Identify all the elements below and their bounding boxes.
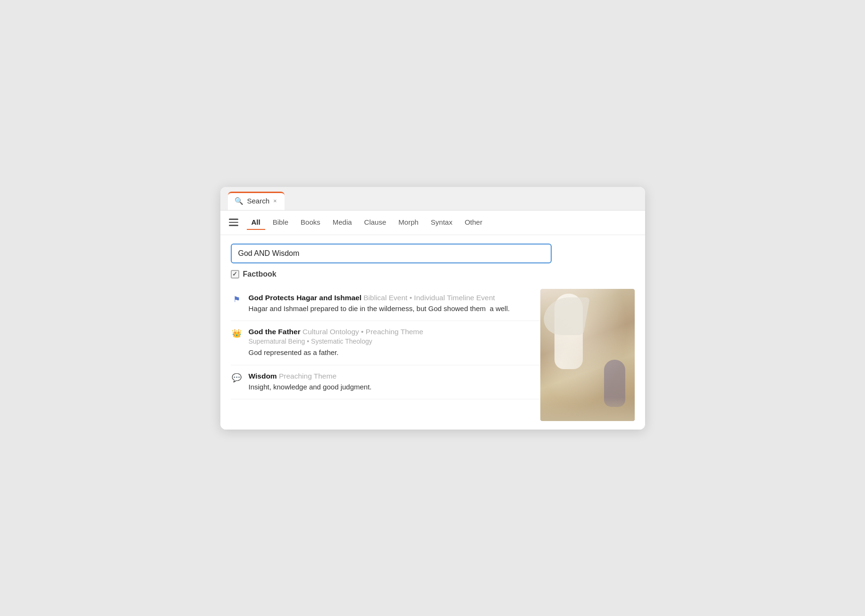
search-input[interactable] bbox=[231, 244, 552, 263]
nav-tab-clause[interactable]: Clause bbox=[360, 215, 391, 230]
nav-tab-all[interactable]: All bbox=[247, 215, 265, 230]
result-body-2: God the Father Cultural Ontology • Preac… bbox=[249, 328, 540, 358]
results-list: ⚑ God Protects Hagar and Ishmael Biblica… bbox=[231, 287, 540, 421]
speech-bubble-icon: 💬 bbox=[232, 373, 242, 383]
result-icon-bubble: 💬 bbox=[231, 373, 243, 383]
factbook-checkbox[interactable] bbox=[231, 270, 239, 278]
result-icon-flag: ⚑ bbox=[231, 295, 243, 304]
painting bbox=[540, 289, 635, 421]
nav-bar: All Bible Books Media Clause Morph Synta… bbox=[220, 211, 645, 235]
result-subtitle-2: Supernatural Being • Systematic Theology bbox=[249, 338, 540, 345]
result-desc-2: God represented as a father. bbox=[249, 347, 540, 358]
result-title-bold-3: Wisdom bbox=[249, 372, 277, 380]
nav-tabs: All Bible Books Media Clause Morph Synta… bbox=[247, 215, 487, 230]
result-title-meta-3: Preaching Theme bbox=[279, 372, 336, 380]
close-icon[interactable]: × bbox=[273, 197, 277, 204]
factbook-row: Factbook bbox=[231, 270, 635, 278]
result-image bbox=[540, 289, 635, 421]
result-body-1: God Protects Hagar and Ishmael Biblical … bbox=[249, 294, 540, 314]
result-title-2: God the Father Cultural Ontology • Preac… bbox=[249, 328, 540, 336]
result-desc-1: Hagar and Ishmael prepared to die in the… bbox=[249, 304, 540, 314]
search-icon: 🔍 bbox=[235, 197, 244, 205]
crown-icon: 👑 bbox=[232, 329, 242, 338]
nav-tab-morph[interactable]: Morph bbox=[394, 215, 423, 230]
hamburger-icon[interactable] bbox=[229, 219, 238, 226]
result-icon-crown: 👑 bbox=[231, 329, 243, 338]
nav-tab-syntax[interactable]: Syntax bbox=[426, 215, 457, 230]
flag-icon: ⚑ bbox=[233, 295, 240, 304]
content-area: Factbook ⚑ God Protects Hagar and Ishmae… bbox=[220, 235, 645, 430]
painting-ground bbox=[540, 397, 635, 421]
tab-label: Search bbox=[247, 197, 270, 205]
result-title-bold: God Protects Hagar and Ishmael bbox=[249, 294, 361, 302]
result-title-3: Wisdom Preaching Theme bbox=[249, 372, 540, 380]
nav-tab-books[interactable]: Books bbox=[296, 215, 325, 230]
nav-tab-bible[interactable]: Bible bbox=[268, 215, 293, 230]
tab-bar: 🔍 Search × bbox=[220, 187, 645, 211]
result-body-3: Wisdom Preaching Theme Insight, knowledg… bbox=[249, 372, 540, 393]
result-title-meta-2: Cultural Ontology • Preaching Theme bbox=[302, 328, 423, 336]
nav-tab-media[interactable]: Media bbox=[328, 215, 357, 230]
results-area: ⚑ God Protects Hagar and Ishmael Biblica… bbox=[231, 287, 635, 421]
search-input-row bbox=[231, 244, 635, 263]
result-title-1: God Protects Hagar and Ishmael Biblical … bbox=[249, 294, 540, 302]
result-title-bold-2: God the Father bbox=[249, 328, 301, 336]
result-title-meta: Biblical Event • Individual Timeline Eve… bbox=[363, 294, 495, 302]
search-tab[interactable]: 🔍 Search × bbox=[228, 192, 285, 210]
result-item[interactable]: ⚑ God Protects Hagar and Ishmael Biblica… bbox=[231, 287, 540, 321]
result-desc-3: Insight, knowledge and good judgment. bbox=[249, 382, 540, 393]
main-window: 🔍 Search × All Bible Books Media Clause … bbox=[220, 187, 645, 430]
result-item-2[interactable]: 👑 God the Father Cultural Ontology • Pre… bbox=[231, 321, 540, 365]
factbook-label: Factbook bbox=[243, 270, 277, 278]
nav-tab-other[interactable]: Other bbox=[460, 215, 487, 230]
result-item-3[interactable]: 💬 Wisdom Preaching Theme Insight, knowle… bbox=[231, 365, 540, 400]
